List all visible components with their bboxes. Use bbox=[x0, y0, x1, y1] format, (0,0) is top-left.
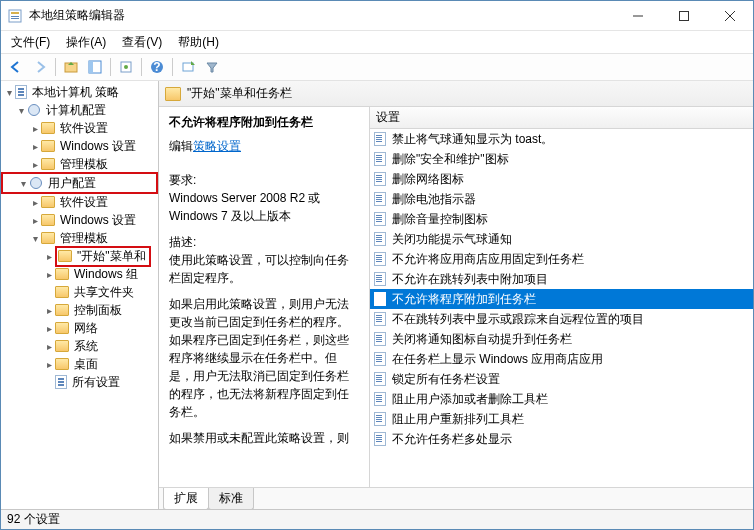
tree-cc-software[interactable]: 软件设置 bbox=[58, 120, 110, 137]
list-item[interactable]: 阻止用户重新排列工具栏 bbox=[370, 409, 753, 429]
folder-icon bbox=[55, 358, 69, 370]
folder-icon bbox=[41, 122, 55, 134]
forward-button[interactable] bbox=[29, 56, 51, 78]
svg-rect-1 bbox=[11, 12, 19, 14]
edit-prefix: 编辑 bbox=[169, 139, 193, 153]
list-item[interactable]: 不允许将应用商店应用固定到任务栏 bbox=[370, 249, 753, 269]
tree-start-taskbar[interactable]: "开始"菜单和 bbox=[75, 248, 148, 265]
policy-icon bbox=[374, 232, 388, 246]
list-item[interactable]: 锁定所有任务栏设置 bbox=[370, 369, 753, 389]
filter-button[interactable] bbox=[201, 56, 223, 78]
expand-icon[interactable]: ▸ bbox=[43, 323, 55, 334]
menu-view[interactable]: 查看(V) bbox=[114, 32, 170, 53]
tree-system[interactable]: 系统 bbox=[72, 338, 100, 355]
list-item[interactable]: 在任务栏上显示 Windows 应用商店应用 bbox=[370, 349, 753, 369]
back-button[interactable] bbox=[5, 56, 27, 78]
policy-icon bbox=[374, 212, 388, 226]
list-item[interactable]: 不允许在跳转列表中附加项目 bbox=[370, 269, 753, 289]
expand-icon[interactable]: ▾ bbox=[3, 87, 15, 98]
expand-icon[interactable]: ▸ bbox=[43, 305, 55, 316]
tree-shared-folders[interactable]: 共享文件夹 bbox=[72, 284, 136, 301]
edit-policy-link[interactable]: 策略设置 bbox=[193, 137, 241, 155]
all-settings-icon bbox=[55, 375, 67, 389]
list-item-label: 删除电池指示器 bbox=[392, 191, 476, 208]
expand-icon[interactable]: ▾ bbox=[17, 178, 29, 189]
close-button[interactable] bbox=[707, 1, 753, 31]
expand-icon[interactable]: ▸ bbox=[43, 269, 55, 280]
tree-computer-config[interactable]: 计算机配置 bbox=[44, 102, 108, 119]
list-item-label: 不允许将应用商店应用固定到任务栏 bbox=[392, 251, 584, 268]
list-item[interactable]: 禁止将气球通知显示为 toast。 bbox=[370, 129, 753, 149]
menu-help[interactable]: 帮助(H) bbox=[170, 32, 227, 53]
expand-icon[interactable]: ▸ bbox=[29, 141, 41, 152]
description-pane: 不允许将程序附加到任务栏 编辑策略设置 要求:Windows Server 20… bbox=[159, 107, 369, 487]
expand-icon[interactable]: ▸ bbox=[29, 215, 41, 226]
config-icon bbox=[29, 177, 43, 189]
tree-root[interactable]: 本地计算机 策略 bbox=[30, 84, 121, 101]
policy-icon bbox=[374, 252, 388, 266]
list-item-label: 删除音量控制图标 bbox=[392, 211, 488, 228]
tab-standard[interactable]: 标准 bbox=[208, 488, 254, 509]
tree-cc-templates[interactable]: 管理模板 bbox=[58, 156, 110, 173]
list-item[interactable]: 阻止用户添加或者删除工具栏 bbox=[370, 389, 753, 409]
tree-control-panel[interactable]: 控制面板 bbox=[72, 302, 124, 319]
svg-point-12 bbox=[124, 65, 128, 69]
tree-network[interactable]: 网络 bbox=[72, 320, 100, 337]
tree-user-config[interactable]: 用户配置 bbox=[46, 175, 98, 192]
expand-icon[interactable]: ▾ bbox=[15, 105, 27, 116]
expand-icon[interactable]: ▾ bbox=[29, 233, 41, 244]
tree-windows-comp[interactable]: Windows 组 bbox=[72, 266, 140, 283]
policy-icon bbox=[374, 132, 388, 146]
menubar: 文件(F) 操作(A) 查看(V) 帮助(H) bbox=[1, 31, 753, 53]
expand-icon[interactable]: ▸ bbox=[29, 123, 41, 134]
list-item[interactable]: 删除音量控制图标 bbox=[370, 209, 753, 229]
expand-icon[interactable]: ▸ bbox=[29, 159, 41, 170]
tree-uc-templates[interactable]: 管理模板 bbox=[58, 230, 110, 247]
expand-icon[interactable]: ▸ bbox=[43, 359, 55, 370]
folder-icon bbox=[55, 322, 69, 334]
show-hide-tree-button[interactable] bbox=[84, 56, 106, 78]
list-item[interactable]: 关闭功能提示气球通知 bbox=[370, 229, 753, 249]
folder-icon bbox=[58, 250, 72, 262]
export-button[interactable] bbox=[177, 56, 199, 78]
list-item[interactable]: 不允许任务栏多处显示 bbox=[370, 429, 753, 449]
list-item[interactable]: 关闭将通知图标自动提升到任务栏 bbox=[370, 329, 753, 349]
titlebar: 本地组策略编辑器 bbox=[1, 1, 753, 31]
expand-icon[interactable]: ▸ bbox=[29, 197, 41, 208]
help-button[interactable]: ? bbox=[146, 56, 168, 78]
list-item[interactable]: 不允许将程序附加到任务栏 bbox=[370, 289, 753, 309]
tabs: 扩展 标准 bbox=[159, 487, 753, 509]
list-item[interactable]: 删除电池指示器 bbox=[370, 189, 753, 209]
list-item-label: 阻止用户重新排列工具栏 bbox=[392, 411, 524, 428]
settings-list-pane: 设置 禁止将气球通知显示为 toast。删除"安全和维护"图标删除网络图标删除电… bbox=[369, 107, 753, 487]
menu-file[interactable]: 文件(F) bbox=[3, 32, 58, 53]
tab-extended[interactable]: 扩展 bbox=[163, 488, 209, 509]
detail-header: "开始"菜单和任务栏 bbox=[159, 81, 753, 107]
policy-icon bbox=[374, 272, 388, 286]
tree-all-settings[interactable]: 所有设置 bbox=[70, 374, 122, 391]
properties-button[interactable] bbox=[115, 56, 137, 78]
config-icon bbox=[27, 104, 41, 116]
policy-icon bbox=[374, 172, 388, 186]
list-item-label: 阻止用户添加或者删除工具栏 bbox=[392, 391, 548, 408]
list-column-settings[interactable]: 设置 bbox=[370, 107, 753, 129]
maximize-button[interactable] bbox=[661, 1, 707, 31]
minimize-button[interactable] bbox=[615, 1, 661, 31]
tree-uc-software[interactable]: 软件设置 bbox=[58, 194, 110, 211]
list-item-label: 不在跳转列表中显示或跟踪来自远程位置的项目 bbox=[392, 311, 644, 328]
tree-panel[interactable]: ▾ 本地计算机 策略 ▾ 计算机配置 ▸软件设置 ▸Windows 设置 bbox=[1, 81, 159, 509]
settings-list[interactable]: 禁止将气球通知显示为 toast。删除"安全和维护"图标删除网络图标删除电池指示… bbox=[370, 129, 753, 487]
list-item[interactable]: 删除"安全和维护"图标 bbox=[370, 149, 753, 169]
app-icon bbox=[7, 8, 23, 24]
list-item[interactable]: 删除网络图标 bbox=[370, 169, 753, 189]
expand-icon[interactable]: ▸ bbox=[43, 251, 55, 262]
tree-cc-windows[interactable]: Windows 设置 bbox=[58, 138, 138, 155]
up-button[interactable] bbox=[60, 56, 82, 78]
svg-rect-2 bbox=[11, 16, 19, 17]
tree-uc-windows[interactable]: Windows 设置 bbox=[58, 212, 138, 229]
menu-action[interactable]: 操作(A) bbox=[58, 32, 114, 53]
tree-desktop[interactable]: 桌面 bbox=[72, 356, 100, 373]
expand-icon[interactable]: ▸ bbox=[43, 341, 55, 352]
list-item[interactable]: 不在跳转列表中显示或跟踪来自远程位置的项目 bbox=[370, 309, 753, 329]
svg-rect-3 bbox=[11, 18, 19, 19]
